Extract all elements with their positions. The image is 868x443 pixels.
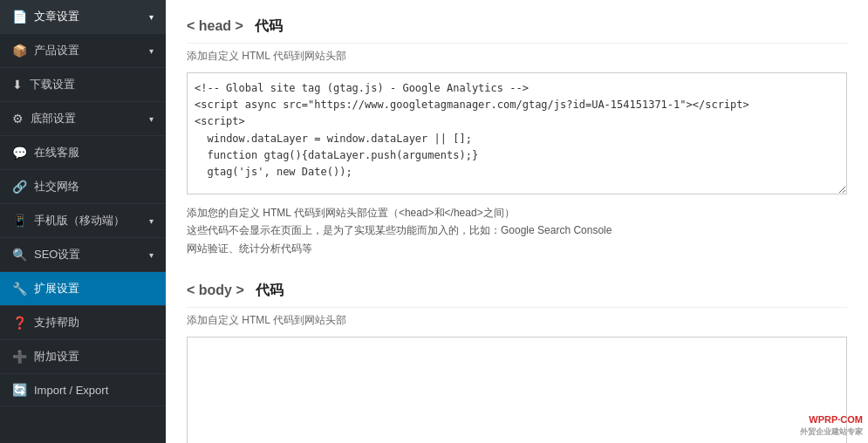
article-icon: 📄 bbox=[12, 10, 27, 24]
sidebar-item-product-settings[interactable]: 📦 产品设置 ▾ bbox=[0, 34, 166, 68]
head-tag: < head > bbox=[187, 18, 243, 33]
extend-icon: 🔧 bbox=[12, 282, 27, 296]
sidebar-item-extend-settings[interactable]: 🔧 扩展设置 bbox=[0, 272, 166, 306]
sidebar-item-download-settings[interactable]: ⬇ 下载设置 bbox=[0, 68, 166, 102]
body-code-label: 代码 bbox=[256, 283, 284, 297]
body-tag: < body > bbox=[187, 283, 244, 297]
sidebar-item-social-network[interactable]: 🔗 社交网络 bbox=[0, 170, 166, 204]
sidebar-item-label: Import / Export bbox=[34, 384, 108, 397]
head-code-label: 代码 bbox=[255, 18, 283, 33]
addon-icon: ➕ bbox=[12, 350, 27, 364]
search-icon: 🔍 bbox=[12, 248, 27, 262]
sidebar-item-support-help[interactable]: ❓ 支持帮助 bbox=[0, 306, 166, 340]
sidebar-item-label: 社交网络 bbox=[34, 179, 79, 194]
sidebar-item-label: 底部设置 bbox=[31, 111, 76, 126]
head-desc: 添加您的自定义 HTML 代码到网站头部位置（<head>和</head>之间）… bbox=[187, 204, 847, 257]
body-section-subtitle: 添加自定义 HTML 代码到网站头部 bbox=[187, 313, 847, 328]
sidebar-item-mobile-settings[interactable]: 📱 手机版（移动端） ▾ bbox=[0, 204, 166, 238]
sidebar-item-live-chat[interactable]: 💬 在线客服 bbox=[0, 136, 166, 170]
body-code-textarea[interactable] bbox=[187, 337, 847, 443]
sidebar-item-import-export[interactable]: 🔄 Import / Export bbox=[0, 374, 166, 406]
watermark: WPRP·COM 外贸企业建站专家 bbox=[800, 413, 863, 438]
head-section-subtitle: 添加自定义 HTML 代码到网站头部 bbox=[187, 49, 847, 64]
mobile-icon: 📱 bbox=[12, 214, 27, 228]
sidebar: 📄 文章设置 ▾ 📦 产品设置 ▾ ⬇ 下载设置 ⚙ 底部设置 ▾ 💬 在线客服… bbox=[0, 0, 166, 443]
sidebar-item-label: 下载设置 bbox=[30, 77, 75, 92]
head-desc-line3: 网站验证、统计分析代码等 bbox=[187, 242, 312, 255]
watermark-line2: 外贸企业建站专家 bbox=[800, 426, 863, 438]
sidebar-item-label: 附加设置 bbox=[34, 349, 79, 365]
product-icon: 📦 bbox=[12, 44, 27, 58]
body-section-title: < body > 代码 bbox=[187, 282, 847, 308]
sidebar-item-seo-settings[interactable]: 🔍 SEO设置 ▾ bbox=[0, 238, 166, 272]
watermark-line1: WPRP·COM bbox=[800, 413, 863, 426]
sidebar-item-label: SEO设置 bbox=[34, 247, 80, 262]
gear-icon: ⚙ bbox=[12, 112, 24, 126]
help-icon: ❓ bbox=[12, 316, 27, 330]
sidebar-item-label: 扩展设置 bbox=[34, 281, 79, 296]
sidebar-item-footer-settings[interactable]: ⚙ 底部设置 ▾ bbox=[0, 102, 166, 136]
sidebar-item-label: 在线客服 bbox=[34, 145, 79, 160]
body-code-section: < body > 代码 添加自定义 HTML 代码到网站头部 添加您的自定义 H… bbox=[187, 282, 847, 443]
chevron-icon: ▾ bbox=[149, 250, 154, 260]
download-icon: ⬇ bbox=[12, 78, 23, 92]
sidebar-item-article-settings[interactable]: 📄 文章设置 ▾ bbox=[0, 0, 166, 34]
head-desc-line1: 添加您的自定义 HTML 代码到网站头部位置（<head>和</head>之间） bbox=[187, 207, 515, 219]
share-icon: 🔗 bbox=[12, 180, 27, 194]
sidebar-item-label: 产品设置 bbox=[34, 43, 79, 58]
sidebar-item-label: 手机版（移动端） bbox=[34, 213, 125, 228]
sidebar-item-label: 文章设置 bbox=[34, 9, 79, 24]
chevron-icon: ▾ bbox=[149, 114, 154, 124]
chevron-icon: ▾ bbox=[149, 46, 154, 56]
chevron-icon: ▾ bbox=[149, 12, 154, 22]
refresh-icon: 🔄 bbox=[12, 383, 27, 397]
chat-icon: 💬 bbox=[12, 146, 27, 160]
head-code-section: < head > 代码 添加自定义 HTML 代码到网站头部 <!-- Glob… bbox=[187, 17, 847, 257]
head-code-textarea[interactable]: <!-- Global site tag (gtag.js) - Google … bbox=[187, 72, 847, 194]
sidebar-item-label: 支持帮助 bbox=[34, 315, 79, 331]
sidebar-item-addon-settings[interactable]: ➕ 附加设置 bbox=[0, 340, 166, 374]
head-section-title: < head > 代码 bbox=[187, 17, 847, 44]
main-content: < head > 代码 添加自定义 HTML 代码到网站头部 <!-- Glob… bbox=[166, 0, 868, 443]
chevron-icon: ▾ bbox=[149, 216, 154, 226]
head-desc-line2: 这些代码不会显示在页面上，是为了实现某些功能而加入的，比如：Google Sea… bbox=[187, 224, 612, 236]
